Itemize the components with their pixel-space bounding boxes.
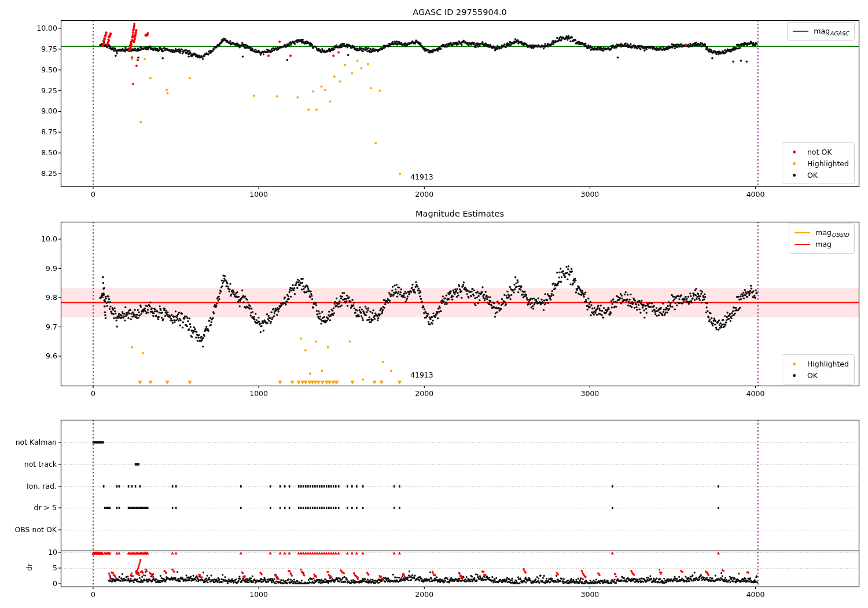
black-dot-swatch [793,174,796,177]
ytick-label: 9.75 [17,45,57,53]
dr-ytick-label: 10 [17,548,57,556]
ytick-label: 8.25 [17,169,57,178]
xtick-label: 0 [91,190,95,199]
legend-row: OK [788,369,849,381]
legend-label: OK [807,171,818,180]
chart-canvas [0,0,868,608]
legend-label: Highlighted [807,159,849,168]
annotation-obsid-top: 41913 [410,173,433,181]
xtick-label: 0 [91,389,95,398]
panel1-title: AGASC ID 29755904.0 [61,8,859,17]
xtick-label: 1000 [249,190,268,199]
panel2-title: Magnitude Estimates [61,209,859,218]
ytick-label: 9.00 [17,107,57,115]
flag-category-label: dr > 5 [6,503,57,512]
xtick-label: 3000 [581,190,599,199]
dr-ytick-label: 0 [17,579,57,588]
flag-category-label: Ion. rad. [6,482,57,490]
flag-category-label: not Kalman [6,438,57,446]
legend-row: Highlighted [788,158,849,169]
orange-dot-swatch [793,362,796,365]
ytick-label: 9.50 [17,65,57,74]
legend-point-status-top: not OK Highlighted OK [782,142,855,184]
ytick-label: 9.6 [17,351,57,360]
legend-row: magAGASC [793,25,849,37]
xtick-label: 3000 [581,590,599,599]
xtick-label: 3000 [581,389,599,398]
legend-row: mag [795,239,849,250]
ytick-label: 10.00 [17,24,57,32]
black-dot-swatch [793,374,796,377]
legend-row: magOBSID [795,227,849,239]
orange-line-swatch [795,232,810,233]
ytick-label: 8.50 [17,148,57,157]
ytick-label: 9.9 [17,264,57,273]
legend-row: Highlighted [788,358,849,369]
red-line-swatch [795,244,810,245]
legend-label: Highlighted [807,360,849,368]
legend-mag-agasc: magAGASC [787,22,855,41]
xtick-label: 2000 [415,190,433,199]
xtick-label: 4000 [746,590,765,599]
legend-label: magAGASC [814,27,849,36]
annotation-obsid-middle: 41913 [410,371,433,379]
legend-label: mag [815,240,832,250]
legend-label: magOBSID [815,228,849,238]
ytick-label: 8.75 [17,127,57,136]
xtick-label: 2000 [415,590,433,599]
dr-ytick-label: 5 [17,563,57,572]
xtick-label: 4000 [746,389,765,398]
ytick-label: 9.7 [17,323,57,331]
xtick-label: 4000 [746,190,765,199]
xtick-label: 2000 [415,389,433,398]
xtick-label: 1000 [249,389,268,398]
xtick-label: 1000 [249,590,268,599]
green-line-swatch [793,31,808,32]
flag-category-label: not track [6,460,57,468]
orange-dot-swatch [793,162,796,165]
xtick-label: 0 [91,590,95,599]
legend-row: OK [788,169,849,181]
legend-row: not OK [788,146,849,158]
red-dot-swatch [793,151,796,153]
ytick-label: 10.0 [17,235,57,243]
figure: AGASC ID 29755904.0 Magnitude Estimates … [0,0,868,608]
legend-mag-lines-middle: magOBSID mag [789,224,855,254]
ytick-label: 9.25 [17,86,57,95]
legend-label: not OK [807,148,832,156]
flag-category-label: OBS not OK [6,525,57,534]
legend-point-status-middle: Highlighted OK [782,354,855,384]
legend-label: OK [807,371,818,380]
ytick-label: 9.8 [17,293,57,302]
